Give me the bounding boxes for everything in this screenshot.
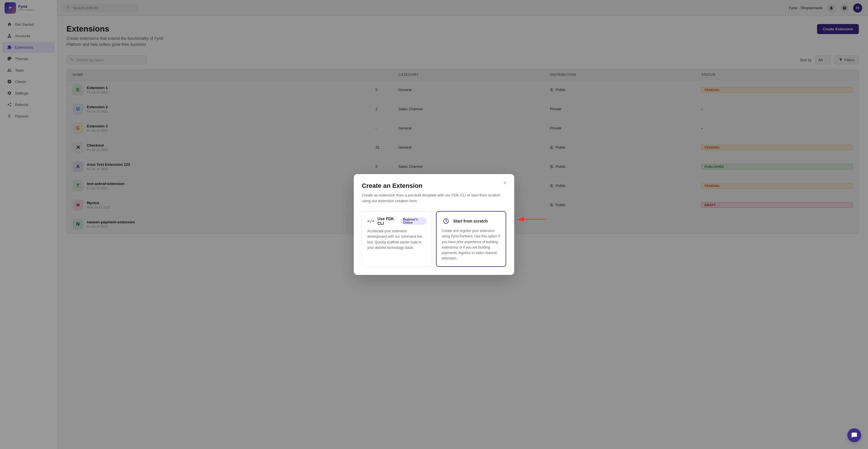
modal-title: Create an Extension xyxy=(362,182,506,190)
option-fdk-cli[interactable]: </> Use FDK CLI Beginner's Choice Accele… xyxy=(362,211,432,267)
option-fdk-cli-body: Accelerate your extension development wi… xyxy=(367,228,427,251)
arrow-annotation xyxy=(514,216,549,223)
option-fdk-cli-title: Use FDK CLI xyxy=(377,217,398,226)
modal-overlay[interactable]: Create an Extension Create an extension … xyxy=(0,0,868,449)
beginner-choice-badge: Beginner's Choice xyxy=(401,217,427,225)
option-from-scratch[interactable]: Start from scratch Create and register y… xyxy=(436,211,506,267)
create-extension-modal: Create an Extension Create an extension … xyxy=(354,174,514,275)
scratch-icon xyxy=(442,217,450,225)
option-scratch-title: Start from scratch xyxy=(453,219,488,223)
modal-description: Create an extension from a pre-built tem… xyxy=(362,192,506,204)
option-scratch-header: Start from scratch xyxy=(442,217,500,225)
modal-options: </> Use FDK CLI Beginner's Choice Accele… xyxy=(362,211,506,267)
option-fdk-cli-header: </> Use FDK CLI Beginner's Choice xyxy=(367,217,427,226)
option-scratch-body: Create and register your extension using… xyxy=(442,228,500,261)
fdk-cli-icon: </> xyxy=(367,217,374,225)
chat-widget-button[interactable] xyxy=(847,428,861,442)
modal-close-button[interactable]: × xyxy=(501,179,509,187)
